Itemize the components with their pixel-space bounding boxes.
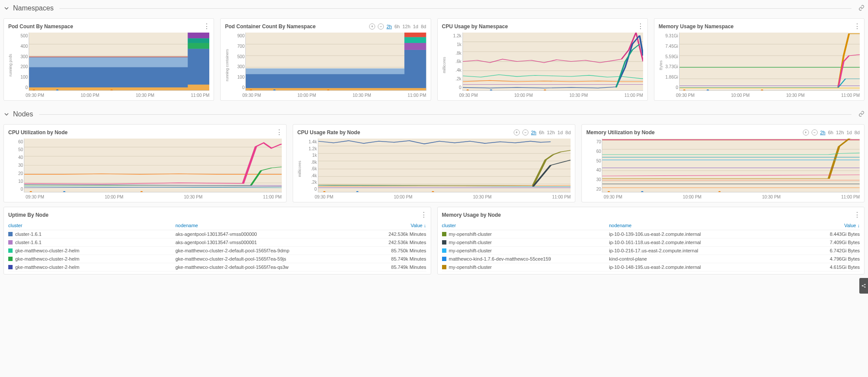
table-row[interactable]: cluster-1.6.1aks-agentpool-13013547-vmss… — [8, 238, 426, 247]
y-axis-label: millicores — [442, 57, 446, 73]
divider — [59, 8, 851, 9]
x-ticks: 09:30 PM10:00 PM10:30 PM11:00 PM — [26, 195, 282, 199]
col-value[interactable]: Value ↓ — [785, 223, 860, 228]
panel-cpu-util-node: CPU Utilization by Node ⋮ 6050403020100 — [3, 124, 287, 202]
color-swatch — [8, 240, 13, 245]
x-ticks: 09:30 PM10:00 PM10:30 PM11:00 PM — [676, 93, 860, 98]
zoom-out-icon[interactable]: − — [812, 129, 818, 136]
table-row[interactable]: gke-matthewco-cluster-2-helmgke-matthewc… — [8, 247, 426, 255]
col-cluster[interactable]: cluster — [442, 223, 609, 228]
panel-cpu-rate-node: CPU Usage Rate by Node + − 2h 6h 12h 1d … — [293, 124, 576, 202]
col-nodename[interactable]: nodename — [609, 223, 785, 228]
range-12h[interactable]: 12h — [547, 130, 554, 135]
range-2h[interactable]: 2h — [386, 24, 392, 29]
x-ticks: 09:30 PM10:00 PM10:30 PM11:00 PM — [604, 195, 860, 199]
y-axis-label: running pods — [8, 54, 13, 76]
range-2h[interactable]: 2h — [531, 130, 536, 135]
range-6h[interactable]: 6h — [828, 130, 833, 135]
section-namespaces: Namespaces Pod Count By Namespace ⋮ runn… — [3, 3, 865, 101]
link-icon[interactable] — [858, 5, 865, 12]
time-range-control: + − 2h 6h 12h 1d 8d — [514, 129, 571, 136]
range-1d[interactable]: 1d — [847, 130, 852, 135]
panel-title: Memory Utilization by Node — [586, 129, 654, 136]
kebab-icon[interactable]: ⋮ — [276, 129, 282, 136]
share-tab-icon[interactable] — [859, 278, 868, 282]
y-ticks: 1.2k1k.8k.6k.4k.2k0 — [447, 33, 462, 98]
range-12h[interactable]: 12h — [403, 24, 410, 29]
color-swatch — [442, 265, 446, 269]
color-swatch — [442, 248, 446, 253]
zoom-out-icon[interactable]: − — [522, 129, 528, 136]
chart-area[interactable] — [24, 139, 282, 192]
table-row[interactable]: my-openshift-clusterip-10-0-139-106.us-e… — [442, 230, 860, 238]
svg-rect-13 — [405, 37, 426, 43]
range-12h[interactable]: 12h — [836, 130, 844, 135]
table-row[interactable]: gke-matthewco-cluster-2-helmgke-matthewc… — [8, 255, 426, 263]
chart-area[interactable] — [245, 33, 426, 91]
cell-value: 4.615Gi Bytes — [785, 265, 860, 270]
range-8d[interactable]: 8d — [855, 130, 860, 135]
cell-cluster: matthewco-kind-1.7.6-dev-matthewco-55cee… — [449, 256, 551, 261]
cell-nodename: ip-10-0-148-195.us-east-2.compute.intern… — [609, 265, 785, 270]
color-swatch — [442, 257, 446, 261]
col-cluster[interactable]: cluster — [8, 223, 175, 228]
y-axis-label: running containers — [225, 49, 229, 81]
zoom-in-icon[interactable]: + — [803, 129, 809, 136]
table-row[interactable]: gke-matthewco-cluster-2-helmgke-matthewc… — [8, 263, 426, 271]
y-ticks: 6050403020100 — [8, 139, 24, 199]
range-8d[interactable]: 8d — [421, 24, 426, 29]
table-row[interactable]: cluster-1.6.1aks-agentpool-13013547-vmss… — [8, 230, 426, 238]
range-6h[interactable]: 6h — [539, 130, 544, 135]
cell-nodename: gke-matthewco-cluster-2-default-pool-156… — [175, 248, 351, 253]
chart-area[interactable] — [679, 33, 860, 91]
range-1d[interactable]: 1d — [558, 130, 563, 135]
y-ticks: 9.31Gi7.45Gi5.59Gi3.73Gi1.86Gi0 — [663, 33, 679, 98]
chart-area[interactable] — [318, 139, 571, 192]
zoom-out-icon[interactable]: − — [378, 23, 384, 30]
panel-pod-count: Pod Count By Namespace ⋮ running pods 50… — [3, 18, 214, 101]
cell-cluster: gke-matthewco-cluster-2-helm — [15, 248, 79, 253]
cell-nodename: aks-agentpool-13013547-vmss000001 — [175, 240, 351, 245]
y-axis-label: millicores — [297, 161, 302, 177]
chevron-down-icon[interactable] — [3, 5, 10, 11]
panel-memory-usage-node: Memory Usage by Node ⋮ cluster nodename … — [437, 207, 865, 274]
kebab-icon[interactable]: ⋮ — [203, 23, 209, 30]
chart-area[interactable] — [602, 139, 860, 192]
zoom-in-icon[interactable]: + — [369, 23, 375, 30]
range-2h[interactable]: 2h — [820, 130, 825, 135]
table-row[interactable]: my-openshift-clusterip-10-0-216-17.us-ea… — [442, 247, 860, 255]
chevron-down-icon[interactable] — [3, 111, 10, 117]
range-8d[interactable]: 8d — [565, 130, 571, 135]
kebab-icon[interactable]: ⋮ — [637, 23, 643, 30]
range-6h[interactable]: 6h — [394, 24, 399, 29]
link-icon[interactable] — [858, 111, 865, 118]
panel-pod-container-count: Pod Container Count By Namespace + − 2h … — [220, 18, 431, 101]
table-row[interactable]: matthewco-kind-1.7.6-dev-matthewco-55cee… — [442, 255, 860, 263]
chart-area[interactable] — [462, 33, 643, 91]
kebab-icon[interactable]: ⋮ — [854, 23, 860, 30]
svg-rect-12 — [405, 33, 426, 37]
zoom-in-icon[interactable]: + — [514, 129, 520, 136]
kebab-icon[interactable]: ⋮ — [420, 212, 426, 218]
table-row[interactable]: my-openshift-clusterip-10-0-161-118.us-e… — [442, 238, 860, 247]
x-ticks: 09:30 PM10:00 PM10:30 PM11:00 PM — [242, 93, 426, 98]
col-value[interactable]: Value ↓ — [351, 223, 426, 228]
color-swatch — [442, 240, 446, 245]
col-nodename[interactable]: nodename — [175, 223, 351, 228]
kebab-icon[interactable]: ⋮ — [854, 212, 860, 218]
table-row[interactable]: my-openshift-clusterip-10-0-148-195.us-e… — [442, 263, 860, 271]
range-1d[interactable]: 1d — [413, 24, 418, 29]
cell-cluster: my-openshift-cluster — [449, 265, 492, 270]
svg-rect-5 — [188, 33, 209, 38]
panel-title: Memory Usage by Node — [442, 212, 501, 218]
chart-area[interactable] — [29, 33, 209, 91]
svg-rect-14 — [405, 43, 426, 50]
color-swatch — [8, 257, 13, 261]
y-ticks: 706050403020 — [586, 139, 602, 199]
table-header: cluster nodename Value ↓ — [442, 221, 860, 230]
x-ticks: 09:30 PM10:00 PM10:30 PM11:00 PM — [459, 93, 643, 98]
cell-cluster: my-openshift-cluster — [449, 240, 492, 245]
cell-value: 242.536k Minutes — [351, 231, 426, 237]
time-range-control: + − 2h 6h 12h 1d 8d — [369, 23, 426, 30]
color-swatch — [8, 265, 13, 269]
